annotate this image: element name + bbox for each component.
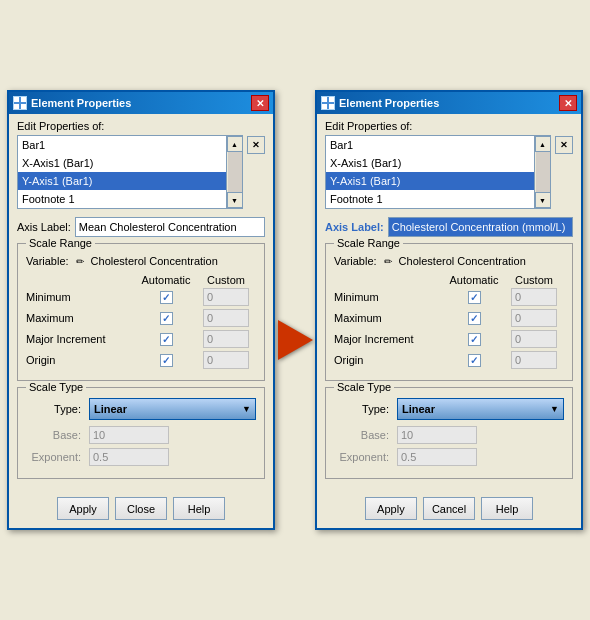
checkbox-origin-auto-1[interactable] (160, 354, 173, 367)
checkbox-origin-auto-2[interactable] (468, 354, 481, 367)
checkbox-cell-origin-custom-1 (196, 351, 256, 369)
properties-list-2[interactable]: Bar1 X-Axis1 (Bar1) Y-Axis1 (Bar1) Footn… (325, 135, 551, 209)
help-button-1[interactable]: Help (173, 497, 225, 520)
number-origin-1[interactable] (203, 351, 249, 369)
list-close-button-1[interactable]: ✕ (247, 136, 265, 154)
variable-name-1: Cholesterol Concentration (91, 255, 218, 267)
base-label-1: Base: (26, 429, 81, 441)
list-close-button-2[interactable]: ✕ (555, 136, 573, 154)
checkbox-cell-min-custom-1 (196, 288, 256, 306)
base-row-1: Base: (26, 426, 256, 444)
checkbox-cell-origin-custom-2 (504, 351, 564, 369)
axis-label-row-2: Axis Label: (325, 217, 573, 237)
checkbox-cell-max-custom-2 (504, 309, 564, 327)
dialog-title-2: Element Properties (339, 97, 439, 109)
variable-label-1: Variable: (26, 255, 69, 267)
number-max-2[interactable] (511, 309, 557, 327)
number-majorinc-1[interactable] (203, 330, 249, 348)
exponent-row-1: Exponent: (26, 448, 256, 466)
checkbox-cell-max-custom-1 (196, 309, 256, 327)
edit-label-2: Edit Properties of: (325, 120, 573, 132)
help-button-2[interactable]: Help (481, 497, 533, 520)
list-item-bar1-2[interactable]: Bar1 (326, 136, 534, 154)
list-item-footnote-2[interactable]: Footnote 1 (326, 190, 534, 208)
checkbox-min-auto-2[interactable] (468, 291, 481, 304)
list-scrollbar-1[interactable]: ▲ ▼ (226, 136, 242, 208)
apply-button-2[interactable]: Apply (365, 497, 417, 520)
list-item-xaxis-2[interactable]: X-Axis1 (Bar1) (326, 154, 534, 172)
pencil-icon-1[interactable]: ✏ (73, 254, 87, 268)
list-items-1: Bar1 X-Axis1 (Bar1) Y-Axis1 (Bar1) Footn… (18, 136, 226, 208)
scale-range-label-2: Scale Range (334, 237, 403, 249)
type-dropdown-1[interactable]: Linear ▼ (89, 398, 256, 420)
list-scrollbar-2[interactable]: ▲ ▼ (534, 136, 550, 208)
axis-input-1[interactable] (75, 217, 265, 237)
pencil-icon-2[interactable]: ✏ (381, 254, 395, 268)
properties-list-1[interactable]: Bar1 X-Axis1 (Bar1) Y-Axis1 (Bar1) Footn… (17, 135, 243, 209)
axis-label-row-1: Axis Label: (17, 217, 265, 237)
header-automatic-1: Automatic (136, 274, 196, 286)
type-dropdown-2[interactable]: Linear ▼ (397, 398, 564, 420)
list-item-bar1-1[interactable]: Bar1 (18, 136, 226, 154)
edit-label-1: Edit Properties of: (17, 120, 265, 132)
scroll-down-2[interactable]: ▼ (535, 192, 551, 208)
dropdown-arrow-2: ▼ (550, 404, 559, 414)
cancel-button-2[interactable]: Cancel (423, 497, 475, 520)
variable-name-2: Cholesterol Concentration (399, 255, 526, 267)
svg-rect-3 (21, 104, 26, 109)
exponent-input-2 (397, 448, 477, 466)
exponent-input-1 (89, 448, 169, 466)
exponent-row-2: Exponent: (334, 448, 564, 466)
number-majorinc-2[interactable] (511, 330, 557, 348)
checkbox-max-auto-2[interactable] (468, 312, 481, 325)
close-button-1[interactable]: ✕ (251, 95, 269, 111)
header-automatic-2: Automatic (444, 274, 504, 286)
variable-row-2: Variable: ✏ Cholesterol Concentration (334, 254, 564, 268)
list-item-xaxis-1[interactable]: X-Axis1 (Bar1) (18, 154, 226, 172)
svg-rect-4 (322, 97, 327, 102)
list-item-yaxis-1[interactable]: Y-Axis1 (Bar1) (18, 172, 226, 190)
scale-row-origin-1: Origin (26, 351, 256, 369)
number-origin-2[interactable] (511, 351, 557, 369)
scale-range-group-1: Scale Range Variable: ✏ Cholesterol Conc… (17, 243, 265, 381)
checkbox-max-auto-1[interactable] (160, 312, 173, 325)
dropdown-arrow-1: ▼ (242, 404, 251, 414)
number-min-1[interactable] (203, 288, 249, 306)
bottom-buttons-1: Apply Close Help (9, 491, 273, 528)
checkbox-min-auto-1[interactable] (160, 291, 173, 304)
checkbox-majorinc-auto-2[interactable] (468, 333, 481, 346)
list-item-yaxis-2[interactable]: Y-Axis1 (Bar1) (326, 172, 534, 190)
number-min-2[interactable] (511, 288, 557, 306)
main-container: Element Properties ✕ Edit Properties of:… (0, 76, 590, 544)
svg-rect-6 (322, 104, 327, 109)
scale-row-minimum-2: Minimum (334, 288, 564, 306)
scale-table-2: Automatic Custom Minimum Maximum M (334, 274, 564, 369)
bottom-buttons-2: Apply Cancel Help (317, 491, 581, 528)
scale-row-majorinc-1: Major Increment (26, 330, 256, 348)
apply-button-1[interactable]: Apply (57, 497, 109, 520)
list-item-footnote-1[interactable]: Footnote 1 (18, 190, 226, 208)
scroll-down-1[interactable]: ▼ (227, 192, 243, 208)
number-max-1[interactable] (203, 309, 249, 327)
header-empty-2 (334, 274, 444, 286)
scale-label-origin-1: Origin (26, 354, 136, 366)
base-input-1 (89, 426, 169, 444)
checkbox-cell-origin-auto-1 (136, 354, 196, 367)
scale-table-header-1: Automatic Custom (26, 274, 256, 286)
scroll-up-1[interactable]: ▲ (227, 136, 243, 152)
axis-label-text-1: Axis Label: (17, 221, 71, 233)
checkbox-cell-min-auto-2 (444, 291, 504, 304)
close-button-2[interactable]: ✕ (559, 95, 577, 111)
direction-arrow (278, 320, 313, 360)
header-custom-2: Custom (504, 274, 564, 286)
scale-label-maximum-1: Maximum (26, 312, 136, 324)
close-button-dialog-1[interactable]: Close (115, 497, 167, 520)
axis-input-2[interactable] (388, 217, 573, 237)
scale-row-maximum-1: Maximum (26, 309, 256, 327)
type-row-1: Type: Linear ▼ (26, 398, 256, 420)
scroll-up-2[interactable]: ▲ (535, 136, 551, 152)
scale-row-minimum-1: Minimum (26, 288, 256, 306)
scale-type-group-label-2: Scale Type (334, 381, 394, 393)
checkbox-majorinc-auto-1[interactable] (160, 333, 173, 346)
checkbox-cell-min-auto-1 (136, 291, 196, 304)
